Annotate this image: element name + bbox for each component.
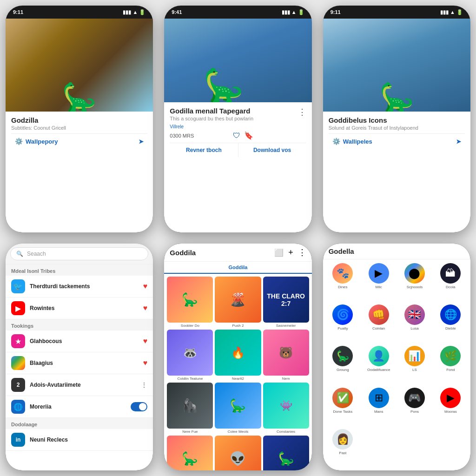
thumb-4: 🔥: [215, 330, 261, 376]
list-item-moreria[interactable]: 🌐 Moreriia: [6, 396, 153, 418]
grid-cell-1[interactable]: 🌋 Push 2: [215, 277, 261, 328]
grid-cell-6[interactable]: 🦍 Nere Fue: [167, 383, 213, 434]
time: 9:11: [13, 9, 23, 15]
grid-cell-11[interactable]: 🦕 Heliol: [263, 436, 309, 470]
toggle-circle: [139, 403, 146, 410]
icon-9: 👤: [369, 346, 389, 366]
card-icon-row: 🛡 🔖: [233, 131, 253, 140]
grid-cell-2[interactable]: THE CLARO 2:7 Sasnemeler: [263, 277, 309, 328]
godzilla-art: 🦕: [203, 66, 244, 102]
status-icons: ▮▮▮ ▲ 🔋: [282, 9, 304, 15]
heart-icon[interactable]: ♥: [143, 282, 148, 291]
list-text: Adois-Avutariimete: [30, 382, 136, 388]
grid-cell-0[interactable]: 🦕 Soobler Do: [167, 277, 213, 328]
card-stats: 0300 MRS: [170, 133, 194, 139]
phone-bottom-left: 🔍 Seaach Mdeal Isonl Tribes 🐦 Therdturdi…: [6, 244, 153, 470]
icon-cell-16[interactable]: 👩 Past: [327, 429, 359, 467]
icon-cell-3[interactable]: 🏔 Dcola: [435, 263, 467, 301]
list-text: Rowintes: [30, 305, 139, 311]
bookmark-icon: 🔖: [244, 131, 253, 140]
list-item-num2[interactable]: 2 Adois-Avutariimete ⋮: [6, 374, 153, 396]
list-item-pink[interactable]: ★ Glahbocous ♥: [6, 331, 153, 352]
grid-cell-10[interactable]: 👽 Baovine: [215, 436, 261, 470]
tab-goddila[interactable]: Goddila: [164, 262, 311, 274]
grid-cell-8[interactable]: 👾 Constanies: [263, 383, 309, 434]
grid-cell-3[interactable]: 🦝 Coldlin Teatune: [167, 330, 213, 381]
wallpaper-label: Wallpepory: [26, 138, 58, 145]
section-header-dodolage: Dodolaage: [6, 418, 153, 429]
num2-icon: 2: [11, 378, 25, 392]
icon-cell-12[interactable]: ✅ Done Tasks: [327, 388, 359, 425]
notch-pill: [63, 8, 96, 15]
icon-cell-14[interactable]: 🎮 Pons: [398, 388, 430, 425]
status-bar-top-left: 9:11 ▮▮▮ ▲ 🔋: [6, 6, 153, 19]
more-options-icon[interactable]: ⋮: [298, 247, 306, 258]
icon-cell-6[interactable]: 🇬🇧 Lusa: [398, 304, 430, 342]
icon-label-10: LS: [412, 368, 417, 372]
list-item-linkedin[interactable]: in Neuni Reclecs: [6, 429, 153, 451]
icon-label-2: Scjnoools: [407, 285, 423, 289]
more-options-icon[interactable]: ⋮: [141, 381, 147, 389]
status-bar-top-right: 9:11 ▮▮▮ ▲ 🔋: [323, 6, 470, 19]
grid-title: Goddila: [170, 249, 271, 257]
icon-cell-7[interactable]: 🌐 Dieble: [435, 304, 467, 342]
heart-icon[interactable]: ♥: [143, 337, 148, 345]
search-bar[interactable]: 🔍 Seaach: [10, 247, 148, 260]
heart-icon[interactable]: ♥: [143, 359, 148, 367]
icon-cell-2[interactable]: ⬤ Scjnoools: [398, 263, 430, 301]
search-wrapper: 🔍 Seaach: [6, 244, 153, 264]
toggle-switch[interactable]: [131, 402, 147, 411]
wallpaper-button[interactable]: ⚙️ Wallpepory ➤: [11, 133, 147, 149]
grid-content: 🦕 Soobler Do 🌋 Push 2 THE CLARO 2:7 Sasn…: [164, 274, 311, 470]
heart-icon[interactable]: ♥: [143, 304, 148, 312]
btn-download[interactable]: Download vos: [238, 143, 306, 157]
icon-label-9: Oodatlifuance: [367, 368, 390, 372]
icon-3: 🏔: [440, 263, 461, 284]
icon-cell-11[interactable]: 🌿 Fond: [435, 346, 467, 383]
icon-cell-8[interactable]: 🦕 Groung: [327, 346, 359, 383]
btn-revner[interactable]: Revner tboch: [170, 143, 238, 157]
icon-cell-9[interactable]: 👤 Oodatlifuance: [363, 346, 395, 383]
item-title: Rowintes: [30, 305, 139, 311]
item-title: Therdturdi tackements: [30, 283, 139, 290]
grid-header: Goddila ⬜ + ⋮: [164, 244, 311, 262]
status-icons: ▮▮▮ ▲ 🔋: [123, 9, 145, 15]
thumb-5: 🐻: [263, 330, 309, 376]
grid-cell-7[interactable]: 🦕 Colee Meols: [215, 383, 261, 434]
item-title: Blaagius: [30, 360, 139, 366]
list-item-twitter[interactable]: 🐦 Therdturdi tackements ♥: [6, 276, 153, 298]
time: 9:11: [331, 9, 341, 15]
phone-top-right: 9:11 ▮▮▮ ▲ 🔋 ✛ ⬆ ⤴ 🦕 Goddibelus Icons So…: [323, 6, 470, 232]
icon-cell-5[interactable]: 👊 Coinlan: [363, 304, 395, 342]
list-item-chrome[interactable]: Blaagius ♥: [6, 352, 153, 374]
wallpaper-label: Wallipeles: [343, 138, 372, 145]
icon-cell-0[interactable]: 🐾 Dines: [327, 263, 359, 301]
icon-cell-10[interactable]: 📊 LS: [398, 346, 430, 383]
list-item-youtube[interactable]: ▶ Rowintes ♥: [6, 298, 153, 319]
time: 9:41: [172, 9, 182, 15]
status-bar-top-center: 9:41 ▮▮▮ ▲ 🔋: [164, 6, 311, 19]
card-title: Godilla menall Tapegard: [170, 107, 253, 115]
more-options-icon[interactable]: ⋮: [298, 107, 306, 117]
item-title: Moreriia: [30, 403, 126, 410]
arrow-icon: ➤: [139, 138, 144, 145]
thumb-2: THE CLARO 2:7: [263, 277, 309, 323]
godzilla-art: 🦕: [379, 81, 414, 112]
grid-cell-4[interactable]: 🔥 Nearlt2: [215, 330, 261, 381]
grid-tab-bar: Goddila: [164, 262, 311, 274]
icon-15: ▶: [440, 388, 461, 408]
icon-cell-1[interactable]: ▶ Milc: [363, 263, 395, 301]
wallpaper-button[interactable]: ⚙️ Wallipeles ➤: [329, 133, 465, 149]
icon-label-16: Past: [339, 451, 346, 455]
bookmark-icon[interactable]: ⬜: [274, 248, 284, 257]
icon-cell-4[interactable]: 🌀 Pualty: [327, 304, 359, 342]
icon-label-6: Lusa: [410, 326, 418, 331]
icon-cell-15[interactable]: ▶ Mooras: [435, 388, 467, 425]
icon-label-12: Done Tasks: [333, 410, 352, 414]
notch-pill: [380, 8, 413, 15]
grid-cell-5[interactable]: 🐻 Nem: [263, 330, 309, 381]
grid-cell-9[interactable]: 🦕 Aburch PS: [167, 436, 213, 470]
arrow-icon: ➤: [456, 138, 461, 145]
icon-cell-13[interactable]: ⊞ Mans: [363, 388, 395, 425]
add-icon[interactable]: +: [288, 248, 293, 258]
